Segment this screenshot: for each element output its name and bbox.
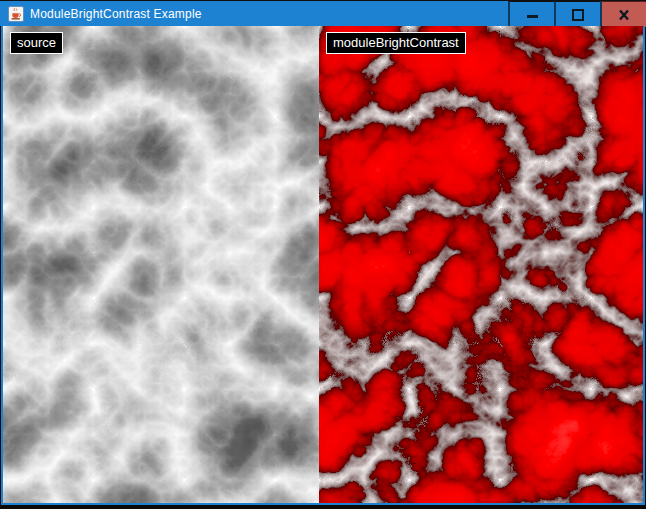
close-button[interactable]	[600, 1, 646, 27]
panel-source: source	[3, 26, 319, 503]
titlebar[interactable]: ModuleBrightContrast Example	[0, 0, 646, 26]
maximize-button[interactable]	[554, 1, 600, 27]
app-window: ModuleBrightContrast Example	[0, 0, 646, 509]
source-image	[3, 26, 319, 503]
java-coffee-cup-icon[interactable]	[8, 6, 24, 22]
maximize-icon	[572, 9, 584, 21]
minimize-button[interactable]	[508, 1, 554, 27]
content-area: source moduleBrigh	[1, 26, 645, 505]
source-label: source	[10, 32, 63, 54]
close-icon	[618, 9, 630, 21]
module-label: moduleBrightContrast	[326, 32, 466, 54]
panel-module: moduleBrightContrast	[319, 26, 643, 503]
minimize-icon	[527, 15, 538, 18]
window-title: ModuleBrightContrast Example	[30, 7, 202, 21]
module-output-image	[319, 26, 643, 503]
window-controls	[508, 1, 646, 27]
